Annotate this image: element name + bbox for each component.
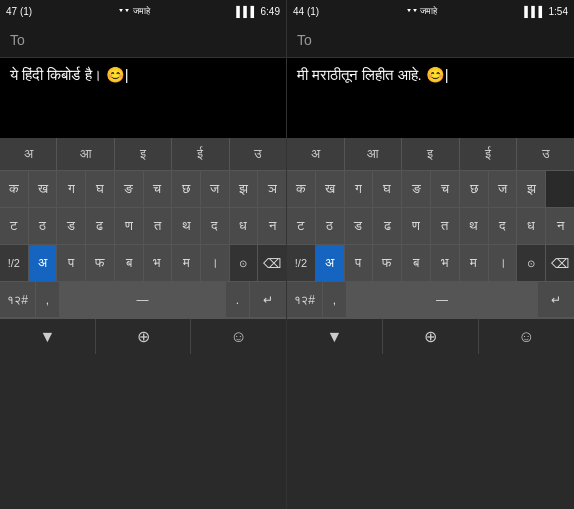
vowel-key-a2[interactable]: अ (287, 138, 345, 170)
key-ga1[interactable]: ग (57, 171, 86, 207)
key-bha1[interactable]: भ (144, 245, 173, 281)
vowel-key-u2[interactable]: उ (517, 138, 574, 170)
vowel-key-a1[interactable]: अ (0, 138, 57, 170)
key-dha2[interactable]: ढ (373, 208, 402, 244)
key-kha1[interactable]: ख (29, 171, 58, 207)
key-jha2[interactable]: झ (517, 171, 546, 207)
key-ka2[interactable]: क (287, 171, 316, 207)
key-ga2[interactable]: ग (345, 171, 374, 207)
key-ta1[interactable]: ट (0, 208, 29, 244)
key-da2-1[interactable]: द (201, 208, 230, 244)
key-ma1[interactable]: म (172, 245, 201, 281)
key-ma2[interactable]: म (460, 245, 489, 281)
key-kha2[interactable]: ख (316, 171, 345, 207)
bottom-row-1: १२# , — . ↵ (0, 282, 286, 318)
key-jha1[interactable]: झ (230, 171, 259, 207)
key-danda2[interactable]: । (489, 245, 518, 281)
key-cha1[interactable]: च (144, 171, 173, 207)
key-na2b[interactable]: न (546, 208, 574, 244)
key-bha2[interactable]: भ (431, 245, 460, 281)
key-comma1[interactable]: , (36, 282, 60, 317)
key-pha1[interactable]: फ (86, 245, 115, 281)
key-dha1[interactable]: ढ (86, 208, 115, 244)
key-ba2[interactable]: ब (402, 245, 431, 281)
key-cha2[interactable]: च (431, 171, 460, 207)
vowel-key-aa1[interactable]: आ (57, 138, 114, 170)
key-enter1[interactable]: ↵ (250, 282, 286, 317)
key-tha2-1[interactable]: थ (172, 208, 201, 244)
key-ta2-1[interactable]: त (144, 208, 173, 244)
nav-globe2[interactable]: ⊕ (383, 319, 479, 354)
key-tha1[interactable]: ठ (29, 208, 58, 244)
vowel-key-i2[interactable]: इ (402, 138, 460, 170)
key-ja2[interactable]: ज (489, 171, 518, 207)
key-chha1[interactable]: छ (172, 171, 201, 207)
vowel-key-i1[interactable]: इ (115, 138, 172, 170)
key-pa2[interactable]: प (345, 245, 374, 281)
key-da1[interactable]: ड (57, 208, 86, 244)
key-space1[interactable]: — (60, 282, 226, 317)
key-danda1[interactable]: । (201, 245, 230, 281)
key-nga1[interactable]: ङ (115, 171, 144, 207)
nav-emoji2[interactable]: ☺ (479, 319, 574, 354)
key-nya1[interactable]: ञ (258, 171, 286, 207)
key-enter2[interactable]: ↵ (538, 282, 574, 317)
cons-row1-2: क ख ग घ ङ च छ ज झ (287, 171, 574, 208)
key-dha2-1[interactable]: ध (230, 208, 259, 244)
key-tha2b[interactable]: थ (460, 208, 489, 244)
key-na1[interactable]: ण (115, 208, 144, 244)
to-input-1[interactable] (33, 32, 276, 48)
panel-1: 47 (1) ▾▾ जमाहे ▌▌▌ 6:49 To ये हिंदी किब… (0, 0, 287, 509)
key-ka1[interactable]: क (0, 171, 29, 207)
nav-row-1: ▼ ⊕ ☺ (0, 318, 286, 354)
key-space2[interactable]: — (347, 282, 538, 317)
message-area-1[interactable]: ये हिंदी किबोर्ड है। 😊| (0, 58, 286, 138)
vowel-key-ii2[interactable]: ई (460, 138, 518, 170)
message-text-2: मी मराठीतून लिहीत आहे. 😊| (297, 66, 449, 83)
key-gha2[interactable]: घ (373, 171, 402, 207)
to-row-1: To (0, 22, 286, 58)
key-num2[interactable]: !/2 (287, 245, 316, 281)
keyboard-2: अ आ इ ई उ क ख ग घ ङ च छ ज झ ट ठ ड ढ ण त … (287, 138, 574, 509)
key-na2[interactable]: ण (402, 208, 431, 244)
key-num-bottom2[interactable]: १२# (287, 282, 323, 317)
key-backspace1[interactable]: ⌫ (258, 245, 286, 281)
key-nga2[interactable]: ङ (402, 171, 431, 207)
key-da2[interactable]: ड (345, 208, 374, 244)
vowel-key-ii1[interactable]: ई (172, 138, 229, 170)
key-gha1[interactable]: घ (86, 171, 115, 207)
key-na2-1[interactable]: न (258, 208, 286, 244)
key-a-blue1[interactable]: अ (29, 245, 58, 281)
key-num1[interactable]: !/2 (0, 245, 29, 281)
key-chha2[interactable]: छ (460, 171, 489, 207)
nav-emoji1[interactable]: ☺ (191, 319, 286, 354)
key-ja1[interactable]: ज (201, 171, 230, 207)
bottom-row-2: १२# , — ↵ (287, 282, 574, 318)
key-pa1[interactable]: प (57, 245, 86, 281)
key-da2b[interactable]: द (489, 208, 518, 244)
to-input-2[interactable] (320, 32, 564, 48)
message-area-2[interactable]: मी मराठीतून लिहीत आहे. 😊| (287, 58, 574, 138)
vowel-key-aa2[interactable]: आ (345, 138, 403, 170)
nav-down2[interactable]: ▼ (287, 319, 383, 354)
key-pha2[interactable]: फ (373, 245, 402, 281)
status-middle-2: ▾▾ जमाहे (406, 6, 438, 17)
key-num-bottom1[interactable]: १२# (0, 282, 36, 317)
key-ta2b[interactable]: त (431, 208, 460, 244)
key-smiley2[interactable]: ⊙ (517, 245, 546, 281)
cons-row1-1: क ख ग घ ङ च छ ज झ ञ (0, 171, 286, 208)
key-tha2[interactable]: ठ (316, 208, 345, 244)
nav-globe1[interactable]: ⊕ (96, 319, 192, 354)
key-ba1[interactable]: ब (115, 245, 144, 281)
cons-row2-1: ट ठ ड ढ ण त थ द ध न (0, 208, 286, 245)
nav-down1[interactable]: ▼ (0, 319, 96, 354)
key-backspace2[interactable]: ⌫ (546, 245, 574, 281)
key-comma2[interactable]: , (323, 282, 347, 317)
vowel-key-u1[interactable]: उ (230, 138, 286, 170)
cons-row2-2: ट ठ ड ढ ण त थ द ध न (287, 208, 574, 245)
key-a-blue2[interactable]: अ (316, 245, 345, 281)
key-smiley1[interactable]: ⊙ (230, 245, 259, 281)
key-ta2[interactable]: ट (287, 208, 316, 244)
key-dot1[interactable]: . (226, 282, 250, 317)
key-dha2b[interactable]: ध (517, 208, 546, 244)
